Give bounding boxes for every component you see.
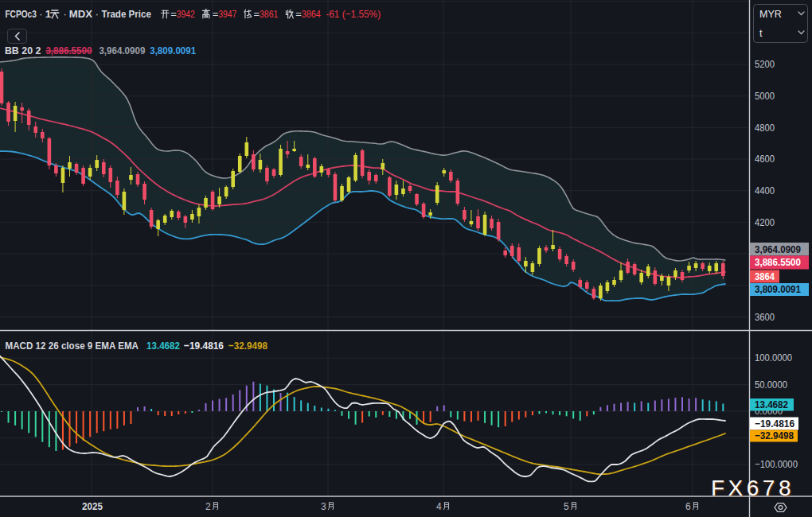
svg-text:3947: 3947	[218, 8, 236, 20]
svg-text:3861: 3861	[260, 8, 278, 20]
svg-text:-61 (−1.55%): -61 (−1.55%)	[326, 8, 381, 20]
svg-text:100.0000: 100.0000	[755, 352, 792, 363]
svg-text:3,809.0091: 3,809.0091	[755, 284, 801, 295]
svg-text:−100.0000: −100.0000	[755, 459, 798, 470]
svg-text:4200: 4200	[755, 217, 775, 228]
svg-text:·: ·	[39, 8, 43, 20]
svg-text:2025: 2025	[82, 501, 103, 512]
svg-text:3,886.5500: 3,886.5500	[45, 45, 92, 56]
svg-text:1: 1	[45, 8, 52, 20]
svg-text:3864: 3864	[302, 8, 322, 20]
svg-text:=: =	[170, 8, 177, 20]
svg-text:MACD 12 26 close 9 EMA EMA: MACD 12 26 close 9 EMA EMA	[6, 340, 139, 352]
svg-text:MDX: MDX	[69, 8, 92, 20]
svg-text:3942: 3942	[177, 8, 195, 20]
svg-text:t: t	[759, 28, 763, 39]
svg-text:−19.4816: −19.4816	[755, 418, 794, 430]
svg-text:=: =	[254, 8, 260, 20]
svg-text:MYR: MYR	[759, 9, 782, 20]
svg-text:FCPOc3: FCPOc3	[5, 8, 37, 20]
svg-text:4600: 4600	[755, 154, 775, 165]
svg-text:Trade Price: Trade Price	[102, 8, 152, 20]
svg-text:3,964.0909: 3,964.0909	[755, 244, 801, 255]
svg-text:FX678: FX678	[711, 476, 794, 500]
svg-text:4400: 4400	[755, 185, 775, 196]
svg-text:3,886.5500: 3,886.5500	[755, 257, 801, 268]
svg-text:−32.9498: −32.9498	[228, 340, 267, 352]
svg-text:2: 2	[205, 501, 211, 512]
svg-text:·: ·	[96, 8, 100, 20]
svg-text:3600: 3600	[755, 312, 775, 323]
svg-text:4: 4	[436, 501, 442, 512]
svg-text:5: 5	[564, 501, 569, 512]
svg-text:3864: 3864	[755, 271, 775, 282]
svg-text:−19.4816: −19.4816	[184, 340, 224, 352]
svg-text:=: =	[295, 8, 302, 20]
svg-text:13.4682: 13.4682	[146, 340, 180, 352]
svg-text:5200: 5200	[755, 59, 775, 70]
svg-text:3: 3	[321, 501, 326, 512]
svg-text:·: ·	[64, 8, 68, 20]
svg-text:3,964.0909: 3,964.0909	[99, 45, 145, 56]
svg-text:13.4682: 13.4682	[755, 399, 788, 410]
svg-text:4800: 4800	[755, 122, 775, 134]
svg-text:6: 6	[685, 501, 691, 512]
svg-text:=: =	[213, 8, 219, 20]
svg-text:3,809.0091: 3,809.0091	[150, 45, 196, 56]
svg-text:−32.9498: −32.9498	[755, 430, 794, 441]
svg-text:50.0000: 50.0000	[755, 379, 787, 391]
svg-text:5000: 5000	[755, 91, 775, 102]
svg-text:BB 20 2: BB 20 2	[5, 45, 41, 56]
